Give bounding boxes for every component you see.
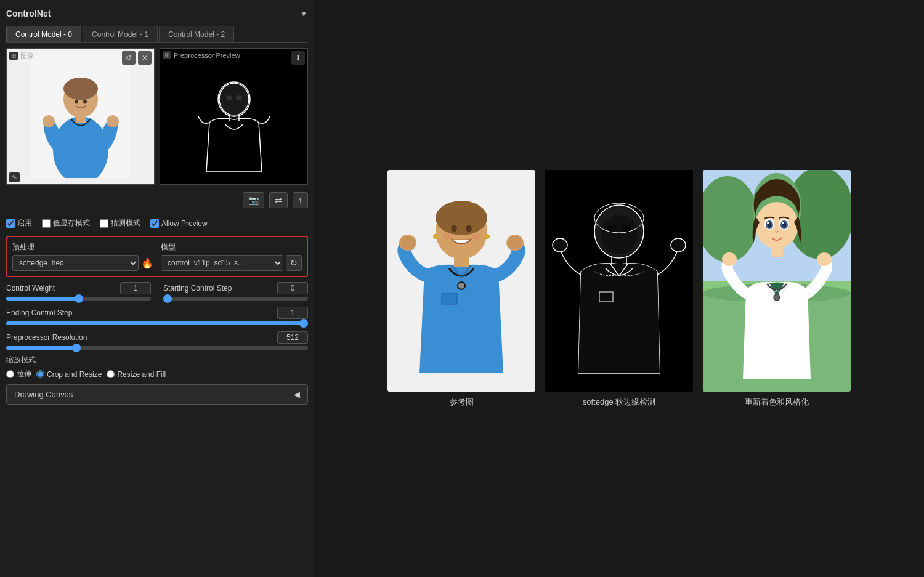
panel-header: ControlNet ▼ xyxy=(6,6,308,21)
gallery-item-0: 参考图 xyxy=(387,170,535,408)
guess-mode-checkbox[interactable] xyxy=(100,219,108,228)
panel-toggle-icon[interactable]: ▼ xyxy=(299,9,308,18)
fill-radio[interactable] xyxy=(107,370,115,378)
enable-label: 启用 xyxy=(17,218,32,228)
close-source-btn[interactable]: ✕ xyxy=(138,51,152,65)
starting-step-label: Starting Control Step xyxy=(163,284,232,293)
gallery-anime xyxy=(703,170,851,392)
svg-point-43 xyxy=(671,238,686,252)
svg-point-26 xyxy=(508,236,522,249)
enable-checkbox[interactable] xyxy=(6,219,15,228)
fill-label: Resize and Fill xyxy=(117,370,166,379)
control-weight-value[interactable] xyxy=(120,282,151,294)
control-weight-header: Control Weight xyxy=(6,282,151,294)
gallery-row: 参考图 xyxy=(387,170,851,408)
crop-radio[interactable] xyxy=(36,370,44,378)
right-area: 参考图 xyxy=(314,0,924,577)
source-image-label: ⊞ 图像 xyxy=(9,51,34,60)
enable-checkbox-item[interactable]: 启用 xyxy=(6,218,32,228)
svg-point-29 xyxy=(466,225,472,232)
camera-btn[interactable]: 📷 xyxy=(243,192,264,208)
tab-control-model-0[interactable]: Control Model - 0 xyxy=(6,26,81,42)
preprocessor-res-row: Preprocessor Resolution xyxy=(6,331,308,350)
svg-point-30 xyxy=(442,233,452,240)
nurse-source-photo xyxy=(7,49,154,184)
preview-image-box[interactable]: ⊞ Preprocessor Preview ⬇ xyxy=(160,48,308,185)
preview-image-label: ⊞ Preprocessor Preview xyxy=(163,51,240,59)
model-label: 模型 xyxy=(161,242,302,252)
gallery-img-0 xyxy=(387,170,535,392)
allow-preview-checkbox-item[interactable]: Allow Preview xyxy=(150,219,208,228)
svg-point-62 xyxy=(782,222,784,224)
fire-icon: 🔥 xyxy=(141,257,153,269)
svg-point-33 xyxy=(433,234,438,239)
low-memory-checkbox-item[interactable]: 低显存模式 xyxy=(42,218,90,228)
guess-mode-checkbox-item[interactable]: 猜测模式 xyxy=(100,218,140,228)
svg-point-34 xyxy=(485,234,490,239)
preprocessor-label: 预处理 xyxy=(12,242,153,252)
svg-point-3 xyxy=(63,78,98,100)
upload-btn[interactable]: ↑ xyxy=(293,192,308,208)
panel-title: ControlNet xyxy=(6,9,51,18)
stretch-option[interactable]: 拉伸 xyxy=(6,369,31,379)
stretch-radio[interactable] xyxy=(6,370,14,378)
guess-mode-label: 猜测模式 xyxy=(111,218,140,228)
ending-step-slider[interactable] xyxy=(6,321,308,325)
zoom-section: 缩放模式 拉伸 Crop and Resize Resize and Fill xyxy=(6,355,308,379)
preview-image-controls: ⬇ xyxy=(291,51,305,65)
model-select[interactable]: control_v11p_sd15_s... xyxy=(161,255,283,271)
tab-control-model-2[interactable]: Control Model - 2 xyxy=(159,26,234,42)
svg-rect-4 xyxy=(76,113,86,123)
crop-option[interactable]: Crop and Resize xyxy=(36,370,102,379)
control-weight-slider[interactable] xyxy=(6,297,151,301)
preprocessor-col: 预处理 softedge_hed 🔥 xyxy=(12,242,153,271)
svg-point-25 xyxy=(400,236,415,249)
allow-preview-checkbox[interactable] xyxy=(150,219,159,228)
ending-step-header: Ending Control Step xyxy=(6,307,308,319)
tab-control-model-1[interactable]: Control Model - 1 xyxy=(83,26,158,42)
source-image-controls: ↺ ✕ xyxy=(122,51,152,65)
svg-point-65 xyxy=(817,252,832,266)
preprocessor-select[interactable]: softedge_hed xyxy=(12,255,139,271)
svg-point-9 xyxy=(75,100,78,104)
action-row: 📷 ⇄ ↑ xyxy=(6,190,308,211)
fill-option[interactable]: Resize and Fill xyxy=(107,370,166,379)
model-refresh-btn[interactable]: ↻ xyxy=(286,255,302,271)
ending-step-value[interactable] xyxy=(277,307,308,319)
image-row: ⊞ 图像 ↺ ✕ xyxy=(6,48,308,185)
gallery-caption-2: 重新着色和风格化 xyxy=(745,397,809,408)
ending-step-label: Ending Control Step xyxy=(6,309,72,317)
svg-point-38 xyxy=(601,215,638,254)
starting-step-value[interactable] xyxy=(277,282,308,294)
svg-point-8 xyxy=(107,115,119,127)
svg-rect-63 xyxy=(771,246,783,257)
starting-step-slider[interactable] xyxy=(163,297,308,301)
svg-rect-22 xyxy=(454,255,469,267)
svg-point-42 xyxy=(553,238,567,252)
swap-btn[interactable]: ⇄ xyxy=(269,192,288,208)
source-image-box[interactable]: ⊞ 图像 ↺ ✕ xyxy=(6,48,155,185)
model-col: 模型 control_v11p_sd15_s... ↻ xyxy=(161,242,302,271)
preprocessor-res-value[interactable] xyxy=(277,331,308,344)
gallery-sketch xyxy=(545,170,693,392)
svg-point-61 xyxy=(767,222,769,224)
tabs-row: Control Model - 0 Control Model - 1 Cont… xyxy=(6,26,308,43)
starting-step-col: Starting Control Step xyxy=(163,282,308,301)
zoom-options: 拉伸 Crop and Resize Resize and Fill xyxy=(6,369,308,379)
download-preview-btn[interactable]: ⬇ xyxy=(291,51,305,65)
ending-step-row: Ending Control Step xyxy=(6,307,308,325)
model-section: 预处理 softedge_hed 🔥 模型 control_v11p_sd15_… xyxy=(6,236,308,277)
preprocessor-res-slider[interactable] xyxy=(6,346,308,350)
svg-point-54 xyxy=(755,202,798,249)
svg-point-66 xyxy=(774,294,780,301)
crop-label: Crop and Resize xyxy=(47,370,102,379)
refresh-source-btn[interactable]: ↺ xyxy=(122,51,136,65)
gallery-photo-nurse xyxy=(387,170,535,392)
gallery-item-1: softedge 软边缘检测 xyxy=(545,170,693,408)
svg-rect-32 xyxy=(442,293,457,304)
preprocessor-res-header: Preprocessor Resolution xyxy=(6,331,308,344)
low-memory-label: 低显存模式 xyxy=(53,218,90,228)
drawing-canvas-section[interactable]: Drawing Canvas ◀ xyxy=(6,384,308,405)
checkbox-row: 启用 低显存模式 猜测模式 Allow Preview xyxy=(6,216,308,231)
low-memory-checkbox[interactable] xyxy=(42,219,51,228)
